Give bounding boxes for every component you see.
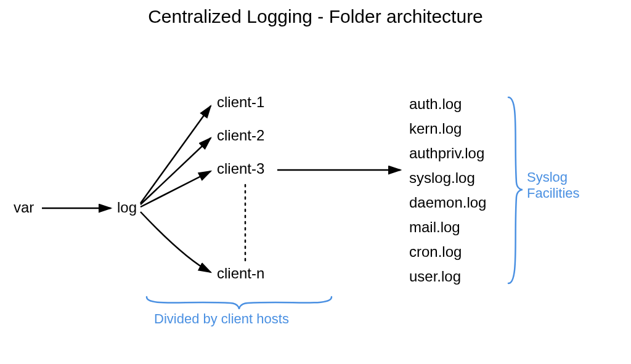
arrow-log-to-client-2	[140, 138, 211, 204]
log-daemon: daemon.log	[409, 194, 486, 211]
node-var: var	[14, 199, 34, 216]
log-authpriv: authpriv.log	[409, 145, 484, 162]
annotation-facilities: Syslog Facilities	[527, 169, 580, 202]
annotation-clients: Divided by client hosts	[154, 311, 289, 327]
brace-clients	[147, 297, 332, 309]
node-client-1: client-1	[217, 94, 264, 111]
annotation-facilities-line2: Facilities	[527, 185, 580, 201]
diagram-title: Centralized Logging - Folder architectur…	[0, 6, 631, 27]
log-kern: kern.log	[409, 120, 462, 137]
log-syslog: syslog.log	[409, 169, 475, 187]
arrow-log-to-client-n	[140, 212, 211, 272]
brace-facilities	[508, 97, 523, 283]
log-auth: auth.log	[409, 95, 462, 113]
node-log: log	[117, 199, 137, 216]
node-client-n: client-n	[217, 265, 264, 282]
log-mail: mail.log	[409, 219, 460, 236]
arrow-log-to-client-3	[140, 171, 211, 207]
log-user: user.log	[409, 268, 461, 285]
arrow-log-to-client-1	[140, 106, 211, 203]
node-client-3: client-3	[217, 160, 264, 177]
annotation-facilities-line1: Syslog	[527, 169, 568, 185]
log-cron: cron.log	[409, 243, 462, 261]
node-client-2: client-2	[217, 127, 264, 144]
